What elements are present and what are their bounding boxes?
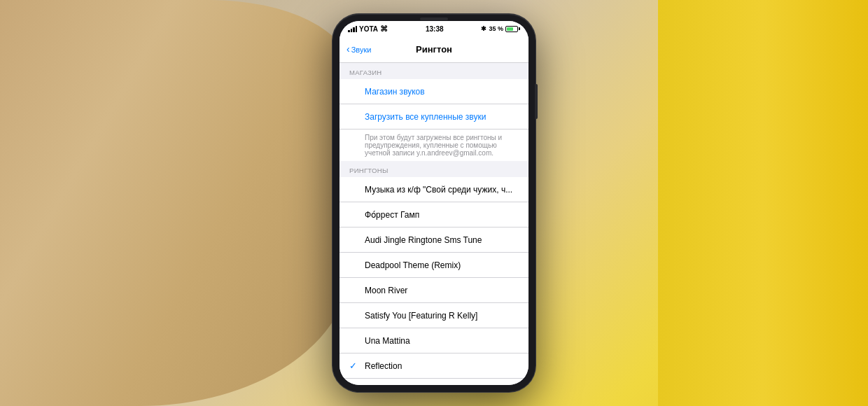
ringtones-list: Музыка из к/ф "Свой среди чужих, ч... Фо…	[340, 177, 528, 385]
ringtone-item-4[interactable]: Moon River	[340, 278, 528, 303]
speaker	[420, 18, 448, 20]
checkmark-icon: ✓	[349, 360, 359, 371]
ringtone-label-1: Фо́ррест Гамп	[365, 210, 419, 220]
signal-bar-3	[353, 27, 355, 32]
carrier-label: YOTA	[359, 25, 378, 33]
ringtone-label-5: Satisfy You [Featuring R Kelly]	[365, 311, 477, 321]
signal-bar-1	[348, 30, 350, 32]
battery-body	[505, 26, 518, 32]
battery-fill	[507, 27, 513, 31]
ringtone-item-3[interactable]: Deadpool Theme (Remix)	[340, 253, 528, 278]
phone: YOTA ⌘ 13:38 ✱ 35 %	[332, 14, 536, 392]
status-right: ✱ 35 %	[481, 25, 520, 32]
back-chevron-icon: ‹	[346, 44, 350, 54]
ringtone-item-1[interactable]: Фо́ррест Гамп	[340, 202, 528, 227]
download-purchased[interactable]: Загрузить все купленные звуки	[340, 104, 528, 130]
download-purchased-label: Загрузить все купленные звуки	[365, 112, 486, 122]
store-link-label: Магазин звуков	[365, 87, 425, 97]
ringtone-item-6[interactable]: Una Mattina	[340, 328, 528, 354]
ringtone-label-6: Una Mattina	[365, 336, 410, 346]
status-left: YOTA ⌘	[348, 24, 388, 34]
content-area[interactable]: МАГАЗИН Магазин звуков Загрузить все куп…	[340, 63, 528, 385]
power-button	[535, 84, 538, 119]
ringtone-item-0[interactable]: Музыка из к/ф "Свой среди чужих, ч...	[340, 177, 528, 202]
store-description: При этом будут загружены все рингтоны и …	[340, 130, 528, 161]
battery-indicator	[505, 26, 520, 32]
store-list: Магазин звуков Загрузить все купленные з…	[340, 79, 528, 161]
store-link[interactable]: Магазин звуков	[340, 79, 528, 104]
ringtone-label-7: Reflection	[365, 361, 402, 371]
ringtone-label-4: Moon River	[365, 286, 407, 295]
back-button[interactable]: ‹ Звуки	[346, 45, 371, 54]
signal-bar-4	[356, 26, 358, 32]
ringtone-label-0: Музыка из к/ф "Свой среди чужих, ч...	[365, 185, 512, 195]
time-label: 13:38	[426, 25, 444, 33]
ringtone-item-5[interactable]: Satisfy You [Featuring R Kelly]	[340, 303, 528, 328]
wifi-icon: ⌘	[380, 24, 388, 34]
ringtone-label-3: Deadpool Theme (Remix)	[365, 260, 461, 270]
ringtones-section-header: РИНГТОНЫ	[340, 161, 528, 177]
phone-screen: YOTA ⌘ 13:38 ✱ 35 %	[340, 21, 528, 385]
status-bar: YOTA ⌘ 13:38 ✱ 35 %	[340, 21, 528, 36]
ringtone-item-7-selected[interactable]: ✓ Reflection	[340, 354, 528, 379]
signal-bar-2	[351, 29, 353, 32]
bluetooth-icon: ✱	[481, 25, 486, 32]
store-section-header: МАГАЗИН	[340, 63, 528, 79]
ringtone-item-8[interactable]: Вступление (по умолчанию)	[340, 379, 528, 385]
background-left	[0, 0, 350, 406]
phone-frame: YOTA ⌘ 13:38 ✱ 35 %	[332, 14, 536, 392]
ringtone-label-2: Audi Jingle Ringtone Sms Tune	[365, 235, 482, 245]
nav-title: Рингтон	[416, 44, 452, 55]
ringtone-item-2[interactable]: Audi Jingle Ringtone Sms Tune	[340, 227, 528, 253]
background-right	[658, 0, 868, 406]
battery-percent: 35 %	[489, 25, 503, 32]
battery-tip	[519, 27, 520, 30]
back-label: Звуки	[351, 46, 372, 54]
store-description-text: При этом будут загружены все рингтоны и …	[365, 134, 519, 157]
signal-bars	[348, 26, 357, 32]
navigation-bar: ‹ Звуки Рингтон	[340, 36, 528, 63]
